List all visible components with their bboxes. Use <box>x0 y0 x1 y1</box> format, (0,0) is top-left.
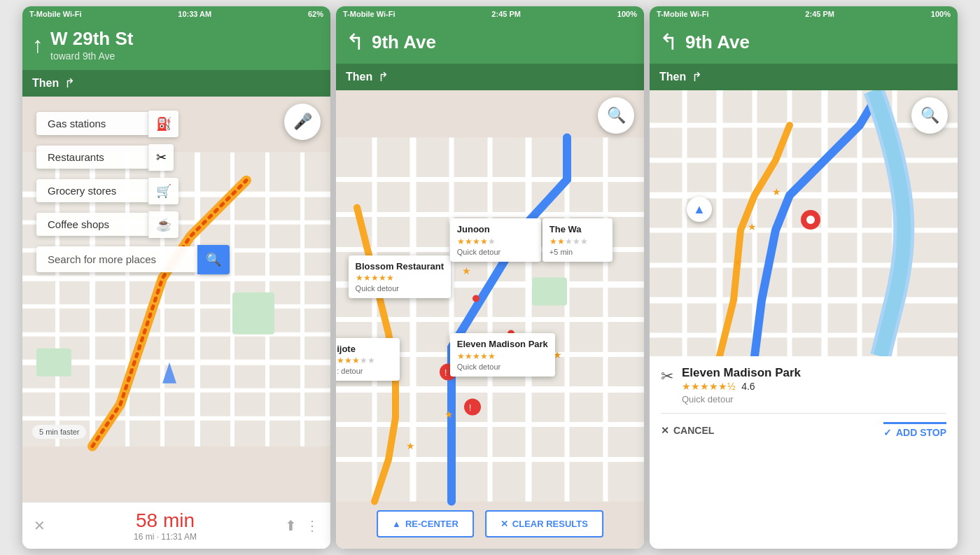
poi-coffee[interactable]: Coffee shops ☕ <box>36 211 230 238</box>
nav-header-2: ↰ 9th Ave <box>336 22 644 64</box>
poi-restaurants[interactable]: Restaurants ✂ <box>36 144 230 171</box>
map-bottom-buttons-2: ▲ RE-CENTER ✕ CLEAR RESULTS <box>377 510 603 538</box>
card-blossom[interactable]: Blossom Restaurant ★★★★★ Quick detour <box>349 255 451 299</box>
turn-icon-2: ↱ <box>378 69 388 85</box>
card-blossom-name: Blossom Restaurant <box>356 261 444 272</box>
detail-sub-3: Quick detour <box>682 394 801 405</box>
map-svg-3: ★ ★ ★ <box>650 90 958 356</box>
svg-text:★: ★ <box>772 186 781 197</box>
nav-turn-2: ↰ <box>346 29 365 55</box>
card-thewa-info: +5 min <box>550 248 606 256</box>
add-stop-icon: ✓ <box>883 427 892 438</box>
phone-3: T-Mobile Wi-Fi 2:45 PM 100% ↰ 9th Ave Th… <box>650 6 958 549</box>
card-thewa-name: The Wa <box>550 224 606 235</box>
svg-rect-19 <box>36 348 71 376</box>
recenter-label: RE-CENTER <box>405 519 458 529</box>
trip-details-1: 16 mi · 11:31 AM <box>134 532 197 542</box>
eta-1: 58 min <box>134 510 197 532</box>
battery-3: 100% <box>931 10 951 18</box>
time-1: 10:33 AM <box>178 10 211 18</box>
detail-stars-3: ★★★★★½ 4.6 <box>682 380 801 393</box>
svg-text:★: ★ <box>444 409 454 420</box>
route-icon-1[interactable]: ⬆ <box>285 517 297 534</box>
carrier-3: T-Mobile Wi-Fi <box>657 10 708 18</box>
card-ijote[interactable]: ijote ★★★★★ : detour <box>336 338 400 381</box>
svg-text:★: ★ <box>748 221 757 232</box>
street-name-1: W 29th St <box>50 29 133 49</box>
poi-grocery[interactable]: Grocery stores 🛒 <box>36 178 230 204</box>
card-ijote-info: : detour <box>337 367 393 375</box>
mic-icon: 🎤 <box>293 113 312 131</box>
poi-grocery-label: Grocery stores <box>36 179 148 202</box>
svg-rect-38 <box>532 278 567 306</box>
search-icon-2: 🔍 <box>607 106 626 125</box>
poi-restaurants-icon: ✂ <box>148 144 174 171</box>
then-label-3: Then <box>659 71 686 83</box>
card-eleven-info: Quick detour <box>457 363 548 371</box>
svg-text:★: ★ <box>734 256 743 267</box>
card-junoon-stars: ★★★★★ <box>457 237 534 246</box>
detail-actions-3: ✕ CANCEL ✓ ADD STOP <box>661 422 946 438</box>
mic-button[interactable]: 🎤 <box>284 104 321 140</box>
card-blossom-info: Quick detour <box>356 284 444 293</box>
card-ijote-stars: ★★★★★ <box>337 356 393 365</box>
card-junoon-name: Junoon <box>457 224 534 235</box>
status-bar-1: T-Mobile Wi-Fi 10:33 AM 62% <box>22 6 330 22</box>
then-bar-1: Then ↱ <box>22 70 330 97</box>
gps-arrow-3[interactable]: ▲ <box>687 197 712 222</box>
svg-point-69 <box>806 216 815 224</box>
map-svg-2: ★ ★ ★ ★ ! ! <box>336 90 644 549</box>
poi-search-more[interactable]: Search for more places 🔍 <box>36 245 230 274</box>
card-eleven-stars: ★★★★★ <box>457 351 548 361</box>
close-icon-1[interactable]: ✕ <box>34 517 46 534</box>
svg-text:★: ★ <box>462 265 471 276</box>
search-button-2[interactable]: 🔍 <box>598 97 634 134</box>
faster-text: 5 min faster <box>32 425 86 439</box>
nav-header-1: ↑ W 29th St toward 9th Ave <box>22 22 330 70</box>
cancel-button[interactable]: ✕ CANCEL <box>661 425 714 436</box>
poi-menu: Gas stations ⛽ Restaurants ✂ Grocery sto… <box>36 111 230 274</box>
svg-text:★: ★ <box>406 440 415 451</box>
nav-turn-3: ↰ <box>659 29 678 55</box>
street-name-2: 9th Ave <box>372 32 436 52</box>
svg-rect-18 <box>232 292 274 334</box>
detail-icon-3: ✂ <box>661 367 673 386</box>
time-3: 2:45 PM <box>805 10 834 18</box>
poi-gas[interactable]: Gas stations ⛽ <box>36 111 230 137</box>
faster-badge: 5 min faster <box>32 425 86 439</box>
poi-coffee-label: Coffee shops <box>36 213 148 236</box>
status-bar-2: T-Mobile Wi-Fi 2:45 PM 100% <box>336 6 644 22</box>
clear-label: CLEAR RESULTS <box>512 519 588 529</box>
phone-1: T-Mobile Wi-Fi 10:33 AM 62% ↑ W 29th St … <box>22 6 330 549</box>
add-stop-button[interactable]: ✓ ADD STOP <box>883 422 946 438</box>
carrier-2: T-Mobile Wi-Fi <box>343 10 395 18</box>
cancel-icon: ✕ <box>661 425 669 436</box>
detail-row-3: ✂ Eleven Madison Park ★★★★★½ 4.6 Quick d… <box>661 366 946 405</box>
detail-divider-3 <box>661 413 946 414</box>
phone-2: T-Mobile Wi-Fi 2:45 PM 100% ↰ 9th Ave Th… <box>336 6 644 549</box>
card-thewa-stars: ★★★★★ <box>550 237 606 246</box>
search-icon-3: 🔍 <box>920 106 939 125</box>
recenter-button[interactable]: ▲ RE-CENTER <box>377 510 474 538</box>
search-button-3[interactable]: 🔍 <box>911 97 948 134</box>
street-name-3: 9th Ave <box>685 32 750 52</box>
card-junoon[interactable]: Junoon ★★★★★ Quick detour <box>450 218 541 262</box>
card-eleven[interactable]: Eleven Madison Park ★★★★★ Quick detour <box>450 333 555 377</box>
then-label-1: Then <box>32 77 59 90</box>
svg-text:!: ! <box>444 368 447 378</box>
card-ijote-name: ijote <box>337 344 393 355</box>
battery-2: 100% <box>617 10 637 18</box>
recenter-icon: ▲ <box>392 519 401 529</box>
more-icon-1[interactable]: ⋮ <box>305 517 319 534</box>
poi-gas-label: Gas stations <box>36 112 148 135</box>
then-bar-3: Then ↱ <box>650 64 958 90</box>
map-area-1: 🎤 5 min faster Gas stations ⛽ Restaurant… <box>22 97 330 502</box>
poi-search-btn-icon[interactable]: 🔍 <box>197 245 230 274</box>
card-thewa[interactable]: The Wa ★★★★★ +5 min <box>542 218 612 262</box>
clear-icon: ✕ <box>500 519 508 529</box>
card-eleven-name: Eleven Madison Park <box>457 339 548 350</box>
then-label-2: Then <box>346 71 372 83</box>
clear-results-button[interactable]: ✕ CLEAR RESULTS <box>485 510 603 538</box>
then-bar-2: Then ↱ <box>336 64 644 90</box>
toward-1: toward 9th Ave <box>50 50 133 62</box>
